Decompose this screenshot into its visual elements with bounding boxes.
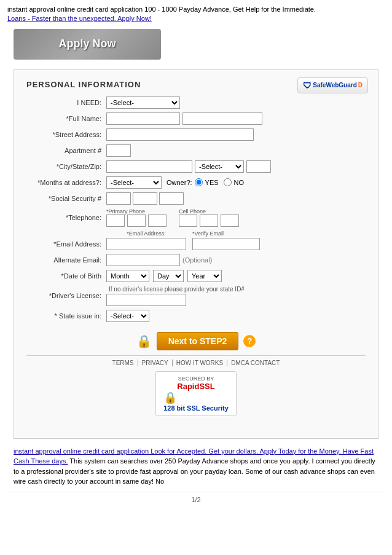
month-select[interactable]: Month — [106, 270, 149, 282]
first-name-input[interactable] — [106, 112, 180, 125]
next-btn-row: 🔒 Next to STEP2 ? — [26, 332, 366, 350]
full-name-row: *Full Name: — [26, 112, 366, 125]
owner-radio-group: YES NO — [195, 178, 245, 186]
ssl-icon: 🔒 — [163, 391, 177, 404]
shield-icon: 🛡 — [303, 81, 312, 90]
ad-title: instant approval online credit card appl… — [7, 6, 316, 13]
yes-label: YES — [205, 179, 219, 186]
year-select[interactable]: Year — [187, 270, 222, 282]
primary-phone-2[interactable] — [127, 215, 146, 227]
months-label: *Months at address?: — [26, 179, 106, 186]
telephone-label: *Telephone: — [26, 214, 106, 221]
i-need-row: I NEED: -Select- — [26, 96, 366, 109]
alt-email-input[interactable] — [106, 254, 180, 266]
i-need-select[interactable]: -Select- — [106, 96, 180, 109]
safe-badge-text: SafeWebGuard — [313, 82, 357, 89]
state-issue-select[interactable]: -Select- — [106, 310, 149, 322]
bottom-body: This system can searches over 250 Payday… — [14, 457, 375, 485]
email-row: *Email Address: — [26, 238, 366, 250]
how-it-works-link[interactable]: HOW IT WORKS — [173, 360, 227, 366]
state-select[interactable]: -Select- — [195, 160, 244, 173]
dl-col: If no driver's license please provide yo… — [106, 286, 245, 306]
apartment-input[interactable] — [106, 144, 131, 157]
cell-phone-inputs — [179, 215, 239, 227]
help-icon[interactable]: ? — [243, 335, 256, 347]
dl-input[interactable] — [106, 294, 186, 306]
cell-phone-2[interactable] — [200, 215, 218, 227]
primary-phone-inputs — [106, 215, 167, 227]
optional-label: (Optional) — [182, 256, 212, 264]
cell-phone-1[interactable] — [179, 215, 197, 227]
page-num: 1/2 — [7, 492, 385, 503]
ad-header: instant approval online credit card appl… — [7, 5, 385, 24]
owner-no-radio[interactable] — [224, 178, 232, 186]
ad-link[interactable]: Loans - Faster than the unexpected. Appl… — [7, 15, 152, 22]
alt-email-label: Alternate Email: — [26, 256, 106, 264]
banner-text: Apply Now — [59, 37, 116, 50]
terms-link[interactable]: TERMS — [109, 360, 138, 366]
dob-row: *Date of Birth Month Day Year — [26, 270, 366, 282]
months-row: *Months at address?: -Select- Owner?: YE… — [26, 176, 366, 189]
owner-yes-radio[interactable] — [195, 178, 203, 186]
city-input[interactable] — [106, 160, 192, 173]
state-issue-label: * State issue in: — [26, 312, 106, 320]
form-section: PERSONAL INFORMATION 🛡 SafeWebGuard D I … — [14, 69, 378, 439]
ssl-badge: SECURED BY RapidSSL 🔒 128 bit SSL Securi… — [26, 371, 366, 416]
street-label: *Street Address: — [26, 131, 106, 138]
no-label: NO — [234, 179, 245, 186]
ssl-logo-row: 🔒 — [163, 391, 229, 404]
bottom-text: instant approval online credit card appl… — [14, 446, 378, 487]
cell-phone-col: Cell Phone — [179, 208, 239, 227]
dob-inputs: Month Day Year — [106, 270, 222, 282]
full-name-label: *Full Name: — [26, 115, 106, 122]
verify-email-input[interactable] — [192, 238, 260, 250]
dob-label: *Date of Birth — [26, 272, 106, 280]
ssl-inner: SECURED BY RapidSSL 🔒 128 bit SSL Securi… — [155, 371, 237, 416]
primary-phone-label: *Primary Phone — [106, 208, 145, 215]
last-name-input[interactable] — [182, 112, 262, 125]
telephone-row: *Telephone: *Primary Phone Cell Phone — [26, 208, 366, 227]
ssn-inputs — [106, 192, 184, 205]
street-input[interactable] — [106, 128, 254, 141]
city-label: *City/State/Zip: — [26, 163, 106, 170]
months-select[interactable]: -Select- — [106, 176, 162, 189]
primary-phone-1[interactable] — [106, 215, 125, 227]
email-label-row: *Email Address: *Verify Email — [26, 230, 366, 237]
lock-icon: 🔒 — [136, 334, 152, 348]
ssn-label: *Social Security # — [26, 195, 106, 202]
apply-banner[interactable]: Apply Now — [14, 29, 161, 60]
owner-label: Owner?: — [167, 179, 192, 186]
dl-row: *Driver's License: If no driver's licens… — [26, 286, 366, 306]
street-row: *Street Address: — [26, 128, 366, 141]
alt-email-row: Alternate Email: (Optional) — [26, 254, 366, 266]
i-need-label: I NEED: — [26, 99, 106, 106]
dmca-link[interactable]: DMCA CONTACT — [227, 360, 283, 366]
zip-input[interactable] — [246, 160, 271, 173]
day-select[interactable]: Day — [153, 270, 184, 282]
primary-phone-3[interactable] — [148, 215, 167, 227]
apartment-label: Apartment # — [26, 147, 106, 154]
ssn-input-2[interactable] — [133, 192, 157, 205]
next-btn[interactable]: Next to STEP2 — [157, 332, 239, 350]
dl-note: If no driver's license please provide yo… — [109, 286, 245, 293]
ssl-secured-text: SECURED BY — [163, 376, 229, 382]
city-row: *City/State/Zip: -Select- — [26, 160, 366, 173]
ssn-row: *Social Security # — [26, 192, 366, 205]
safe-badge: 🛡 SafeWebGuard D — [297, 77, 368, 93]
dl-label: *Driver's License: — [26, 292, 106, 299]
primary-phone-col: *Primary Phone — [106, 208, 167, 227]
ssn-input-1[interactable] — [106, 192, 131, 205]
apartment-row: Apartment # — [26, 144, 366, 157]
ssl-ssl-text: 128 bit SSL Security — [163, 404, 229, 412]
cell-phone-3[interactable] — [221, 215, 239, 227]
email-input[interactable] — [106, 238, 186, 250]
footer-links: TERMS PRIVACY HOW IT WORKS DMCA CONTACT — [26, 355, 366, 366]
ssn-input-3[interactable] — [159, 192, 184, 205]
primary-email-label: *Email Address: — [106, 230, 186, 237]
cell-phone-label: Cell Phone — [179, 208, 206, 215]
ssl-rapid-text: RapidSSL — [163, 382, 229, 391]
verify-email-label: *Verify Email — [192, 230, 224, 237]
privacy-link[interactable]: PRIVACY — [138, 360, 173, 366]
email-addr-label: *Email Address: — [26, 240, 106, 248]
state-issue-row: * State issue in: -Select- — [26, 310, 366, 322]
